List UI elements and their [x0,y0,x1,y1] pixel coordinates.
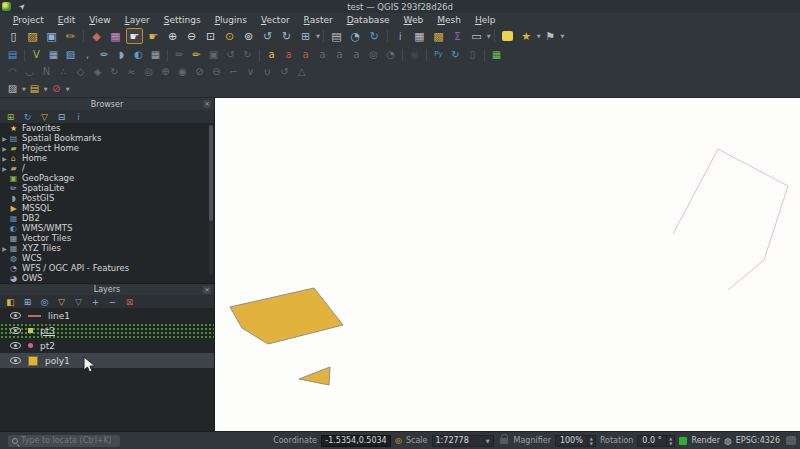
deselect-features-button[interactable]: ⊘ [49,82,64,96]
menu-view[interactable]: View [82,15,117,25]
browser-item-[interactable]: ▶▰/ [0,163,214,173]
browser-item-db2[interactable]: ▦DB2 [0,213,214,223]
expand-all-button[interactable]: + [89,296,102,307]
properties-widget-button[interactable]: i [72,111,85,122]
add-wms-layer-button[interactable]: ◐ [131,48,146,62]
save-project-button[interactable]: ▣ [43,28,60,44]
locate-box[interactable] [8,435,120,447]
select-features-button[interactable]: ▨ [5,82,20,96]
menu-plugins[interactable]: Plugins [208,15,254,25]
menu-raster[interactable]: Raster [297,15,340,25]
coordinate-input[interactable] [321,435,391,447]
remove-layer-button[interactable]: ⊠ [123,296,136,307]
render-checkbox[interactable] [679,437,687,445]
add-mesh-layer-button[interactable]: ▧ [63,48,78,62]
layer-row-pt2[interactable]: pt2 [0,338,214,353]
map-tips-button[interactable] [499,28,516,44]
python-console-button[interactable]: Py [431,48,446,62]
pan-map-button[interactable]: ☛ [126,28,143,44]
extents-toggle-icon[interactable]: ◎ [395,436,402,445]
add-postgis-layer-button[interactable]: ◗ [114,48,129,62]
zoom-in-button[interactable]: ⊕ [164,28,181,44]
add-delimited-text-layer-button[interactable]: , [80,48,95,62]
layout-manager-button[interactable]: ▤ [328,28,345,44]
add-selected-layers-button[interactable]: ⊞ [4,111,17,122]
map-plugin-button[interactable]: ▦ [489,48,504,62]
layer-visibility-eye-icon[interactable] [10,342,21,349]
rotation-spinbox[interactable]: 0.0 ° ▲▼ [637,435,675,447]
browser-item-wcs[interactable]: ◍WCS [0,253,214,263]
browser-item-project-home[interactable]: ▶▰Project Home [0,143,214,153]
lock-scale-icon[interactable] [500,438,508,444]
browser-scroll-thumb[interactable] [209,125,213,221]
new-bookmark-button[interactable]: ★ [518,28,535,44]
open-project-button[interactable]: ▨ [24,28,41,44]
add-spatialite-layer-button[interactable]: ✏ [97,48,112,62]
layer-visibility-eye-icon[interactable] [10,327,21,334]
add-xyz-layer-button[interactable]: ▦ [148,48,163,62]
style-manager-button[interactable]: ▦ [107,28,124,44]
collapse-all-button[interactable]: ⊟ [55,111,68,122]
refresh-browser-button[interactable]: ↻ [21,111,34,122]
layer-visibility-eye-icon[interactable] [10,357,21,364]
new-map-view-button[interactable]: ⊞ [297,28,314,44]
zoom-next-button[interactable]: ↻ [278,28,295,44]
expand-arrow-icon[interactable]: ▶ [0,135,9,142]
expand-arrow-icon[interactable]: ▶ [0,145,9,152]
layer-row-line1[interactable]: line1 [0,308,214,323]
spin-arrows-icon[interactable]: ▲▼ [666,436,674,446]
map-canvas[interactable] [215,98,800,431]
deselect-features-dropdown-icon[interactable]: ▼ [66,86,70,92]
expand-arrow-icon[interactable]: ▶ [0,155,9,162]
zoom-full-button[interactable]: ⊡ [202,28,219,44]
collapse-all-layers-button[interactable]: − [106,296,119,307]
zoom-to-selection-button[interactable]: ⊙ [221,28,238,44]
browser-item-home[interactable]: ▶⌂Home [0,153,214,163]
crs-status[interactable]: EPSG:4326 [736,436,780,445]
show-bookmark-manager-button[interactable]: ⚑ [542,28,559,44]
menu-edit[interactable]: Edit [51,15,82,25]
processing-toolbox-button[interactable]: ↻ [448,48,463,62]
locate-input[interactable] [21,436,111,445]
toolbox-button[interactable]: ◆ [88,28,105,44]
layer-row-pt3[interactable]: pt3 [0,323,214,338]
scale-combo[interactable]: 1:72778 ▼ [432,435,494,447]
new-project-button[interactable]: ▯ [5,28,22,44]
pan-to-selection-button[interactable]: ☛ [145,28,162,44]
spin-arrows-icon[interactable]: ▲▼ [587,436,595,446]
field-calculator-button[interactable]: ▩ [430,28,447,44]
new-map-view-dropdown-icon[interactable]: ▼ [316,33,320,39]
zoom-to-layer-button[interactable]: ⊚ [240,28,257,44]
add-raster-layer-button[interactable]: ▦ [46,48,61,62]
browser-item-wfs-ogc-api-features[interactable]: ◔WFS / OGC API - Features [0,263,214,273]
browser-close-button[interactable]: ✕ [203,100,211,108]
open-attribute-table-button[interactable]: ▦ [411,28,428,44]
menu-vector[interactable]: Vector [254,15,297,25]
layer-row-poly1[interactable]: poly1 [0,353,214,368]
browser-item-ows[interactable]: ◕OWS [0,273,214,283]
measure-line-dropdown-icon[interactable]: ▼ [487,33,491,39]
browser-item-vector-tiles[interactable]: ▦Vector Tiles [0,233,214,243]
layer-visibility-eye-icon[interactable] [10,312,21,319]
layers-close-button[interactable]: ✕ [203,286,211,294]
layer-labeling-button[interactable]: a [264,48,279,62]
select-features-dropdown-icon[interactable]: ▼ [22,86,26,92]
zoom-out-button[interactable]: ⊖ [183,28,200,44]
zoom-last-button[interactable]: ↺ [259,28,276,44]
show-bookmark-manager-dropdown-icon[interactable]: ▼ [561,33,565,39]
refresh-map-button[interactable]: ↻ [366,28,383,44]
browser-item-favorites[interactable]: ★Favorites [0,123,214,133]
statistical-summary-button[interactable]: Σ [449,28,466,44]
menu-web[interactable]: Web [397,15,431,25]
open-layer-styling-button[interactable]: ◧ [4,296,17,307]
select-by-value-dropdown-icon[interactable]: ▼ [44,86,48,92]
pin-labels-button[interactable]: a [281,48,296,62]
filter-browser-button[interactable]: ▽ [38,111,51,122]
browser-item-postgis[interactable]: ◗PostGIS [0,193,214,203]
menu-layer[interactable]: Layer [118,15,157,25]
expand-arrow-icon[interactable]: ▶ [0,165,9,172]
expand-arrow-icon[interactable]: ▶ [0,245,9,252]
menu-help[interactable]: Help [468,15,503,25]
data-source-manager-button[interactable]: ▤ [5,48,20,62]
temporal-controller-button[interactable]: ◔ [347,28,364,44]
